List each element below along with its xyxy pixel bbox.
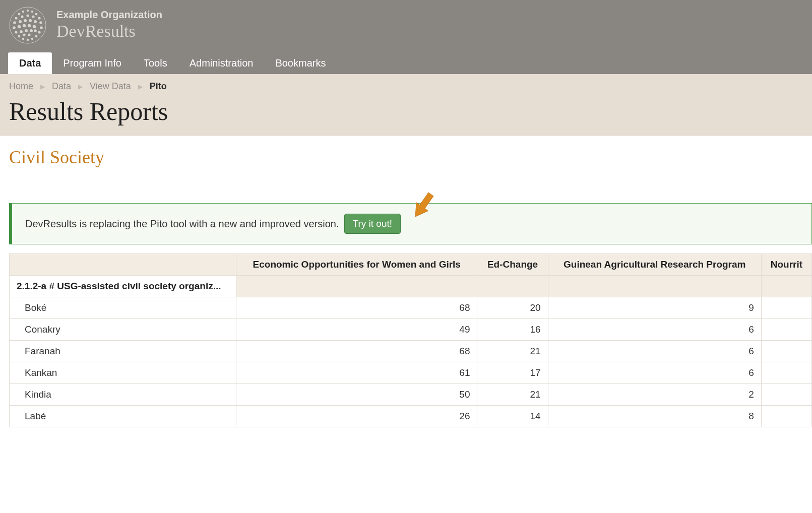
svg-point-7: [38, 17, 40, 19]
chevron-right-icon: ▶: [138, 83, 143, 90]
svg-point-2: [22, 10, 24, 12]
svg-point-33: [34, 29, 37, 32]
upgrade-alert: DevResults is replacing the Pito tool wi…: [9, 203, 812, 244]
table-header-col3: Guinean Agricultural Research Program: [548, 254, 761, 276]
svg-point-17: [31, 37, 33, 39]
try-it-button[interactable]: Try it out!: [344, 214, 401, 234]
table-row: Boké68209: [10, 297, 812, 319]
value-cell: 17: [477, 362, 548, 384]
table-row: Kindia50212: [10, 384, 812, 406]
svg-point-3: [31, 10, 33, 12]
page-title: Results Reports: [9, 97, 803, 126]
results-table: Economic Opportunities for Women and Gir…: [9, 253, 812, 427]
value-cell: 20: [477, 297, 548, 319]
value-cell: 21: [477, 341, 548, 362]
table-header-col1: Economic Opportunities for Women and Gir…: [236, 254, 477, 276]
table-header-row: Economic Opportunities for Women and Gir…: [10, 254, 812, 276]
svg-point-20: [26, 14, 29, 17]
value-cell: 2: [548, 384, 761, 406]
group-label: 2.1.2-a # USG-assisted civil society org…: [10, 276, 236, 297]
group-empty-cell: [236, 276, 477, 297]
alert-wrap: DevResults is replacing the Pito tool wi…: [0, 173, 812, 253]
header-text: Example Organization DevResults: [56, 9, 162, 41]
svg-point-5: [35, 13, 38, 15]
breadcrumb: Home ▶ Data ▶ View Data ▶ Pito: [9, 81, 803, 92]
section-title: Civil Society: [9, 147, 803, 168]
globe-dots-icon: [8, 6, 47, 45]
region-cell: Kindia: [10, 384, 236, 406]
value-cell: [761, 341, 811, 362]
svg-point-23: [24, 19, 27, 22]
svg-point-34: [23, 33, 25, 36]
value-cell: 16: [477, 319, 548, 341]
svg-point-30: [20, 30, 23, 33]
group-empty-cell: [477, 276, 548, 297]
table-row: Labé26148: [10, 406, 812, 427]
value-cell: 26: [236, 406, 477, 427]
nav-data[interactable]: Data: [8, 52, 52, 74]
value-cell: [761, 319, 811, 341]
svg-point-27: [23, 24, 26, 27]
value-cell: 61: [236, 362, 477, 384]
svg-point-32: [30, 29, 33, 32]
value-cell: 9: [548, 297, 761, 319]
app-header: Example Organization DevResults: [0, 0, 812, 53]
svg-point-18: [27, 38, 29, 40]
chevron-right-icon: ▶: [78, 83, 83, 90]
results-table-wrap: Economic Opportunities for Women and Gir…: [0, 253, 812, 427]
svg-point-11: [40, 26, 43, 29]
table-row: Conakry49166: [10, 319, 812, 341]
svg-point-14: [18, 35, 21, 37]
value-cell: 6: [548, 362, 761, 384]
svg-point-35: [28, 33, 30, 36]
value-cell: 68: [236, 341, 477, 362]
breadcrumb-view-data[interactable]: View Data: [90, 81, 131, 92]
value-cell: 49: [236, 319, 477, 341]
svg-point-13: [38, 31, 40, 33]
value-cell: 6: [548, 341, 761, 362]
value-cell: 6: [548, 319, 761, 341]
svg-point-31: [25, 29, 28, 32]
value-cell: 8: [548, 406, 761, 427]
value-cell: 21: [477, 384, 548, 406]
breadcrumb-data[interactable]: Data: [52, 81, 71, 92]
breadcrumb-home[interactable]: Home: [9, 81, 33, 92]
region-cell: Faranah: [10, 341, 236, 362]
group-empty-cell: [761, 276, 811, 297]
table-group-row: 2.1.2-a # USG-assisted civil society org…: [10, 276, 812, 297]
org-name: Example Organization: [56, 9, 162, 21]
value-cell: 14: [477, 406, 548, 427]
nav-tools[interactable]: Tools: [133, 52, 178, 74]
svg-point-1: [27, 9, 29, 11]
svg-point-19: [21, 15, 23, 18]
svg-point-24: [29, 19, 32, 22]
table-row: Faranah68216: [10, 341, 812, 362]
svg-point-28: [28, 24, 31, 27]
value-cell: 68: [236, 297, 477, 319]
svg-point-16: [22, 37, 24, 39]
app-name: DevResults: [56, 22, 162, 41]
table-row: Kankan61176: [10, 362, 812, 384]
svg-point-4: [18, 13, 21, 15]
breadcrumb-area: Home ▶ Data ▶ View Data ▶ Pito Results R…: [0, 74, 812, 136]
table-header-col4: Nourrit: [761, 254, 811, 276]
svg-point-15: [35, 35, 38, 37]
nav-program-info[interactable]: Program Info: [52, 52, 133, 74]
logo-wrap: Example Organization DevResults: [8, 6, 162, 45]
chevron-right-icon: ▶: [40, 83, 45, 90]
svg-point-10: [13, 26, 16, 29]
svg-point-21: [32, 15, 34, 18]
svg-point-25: [34, 20, 37, 23]
section-wrap: Civil Society: [0, 136, 812, 173]
main-nav: Data Program Info Tools Administration B…: [0, 53, 812, 74]
nav-administration[interactable]: Administration: [178, 52, 265, 74]
value-cell: [761, 362, 811, 384]
svg-point-9: [39, 21, 42, 24]
region-cell: Labé: [10, 406, 236, 427]
svg-point-29: [33, 25, 36, 28]
nav-bookmarks[interactable]: Bookmarks: [264, 52, 337, 74]
svg-point-26: [18, 25, 21, 28]
group-empty-cell: [548, 276, 761, 297]
region-cell: Kankan: [10, 362, 236, 384]
region-cell: Conakry: [10, 319, 236, 341]
